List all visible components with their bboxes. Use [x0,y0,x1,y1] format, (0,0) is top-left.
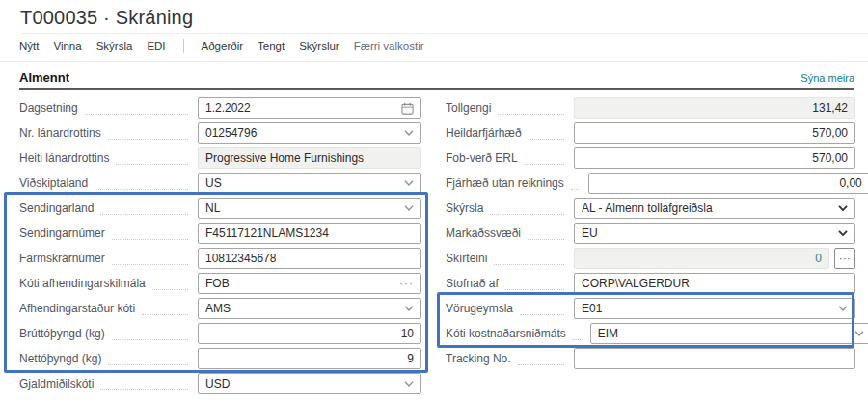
field-dagsetning[interactable]: 1.2.2022 [198,97,421,119]
field-value: 0 [582,252,822,265]
field-row-dagsetning: Dagsetning1.2.2022 [19,97,421,119]
field-row-vorugeymsla: VörugeymslaE01 [446,298,855,319]
dot-leader [152,277,188,290]
field-fob-verd-erl[interactable]: 570,00 [574,147,855,169]
calendar-icon[interactable] [401,102,414,115]
field-row-fob-verd-erl: Fob-verð ERL570,00 [446,147,855,169]
field-row-heiti-lanardrottins: Heiti lánardrottinsProgressive Home Furn… [19,147,421,169]
dot-leader [518,352,564,365]
field-sendingarland[interactable]: NL [198,198,421,219]
field-koti-kostnadarsnidmats[interactable]: EIM [590,323,868,344]
dot-leader [112,252,188,265]
menu-item-faerri-valkostir[interactable]: Færri valkostir [354,40,424,52]
field-markadssvaedi[interactable]: EU [574,223,855,244]
field-label: Nettóþyngd (kg) [19,352,101,365]
chevron-down-icon [854,331,864,336]
field-value: US [205,176,398,190]
menu-item-vinna[interactable]: Vinna [53,40,81,52]
field-nr-lanardrottins[interactable]: 01254796 [198,122,421,144]
divider-menu [0,61,868,62]
field-label: Fjárhæð utan reiknings [446,176,564,190]
field-vorugeymsla[interactable]: E01 [574,298,855,319]
fasttab-header: Almennt Sýna meira [19,67,854,90]
field-label: Stofnað af [446,277,499,290]
show-more-link[interactable]: Sýna meira [800,72,854,84]
dot-leader [108,352,188,365]
field-row-heildarfjarhaed: Heildarfjárhæð570,00 [446,122,855,144]
field-label: Sendingarnúmer [19,227,105,240]
field-value: 570,00 [582,126,848,140]
field-heildarfjarhaed[interactable]: 570,00 [574,122,855,144]
dot-leader [573,327,581,340]
menu-item-skyrslur[interactable]: Skýrslur [299,40,339,52]
dot-leader [100,201,188,215]
chevron-down-icon [404,180,414,186]
field-row-fjarhaed-utan-reiknings: Fjárhæð utan reiknings0,00 [446,173,855,194]
field-value: 1.2.2022 [205,101,395,115]
menu-item-tengt[interactable]: Tengt [258,40,285,52]
chevron-down-icon [838,306,848,311]
field-row-skyrsla: SkýrslaAL - Almenn tollafgreiðsla [446,198,855,219]
chevron-down-icon [404,381,414,387]
action-bar: NýttVinnaSkýrslaEDIAðgerðirTengtSkýrslur… [19,39,868,53]
field-row-sendingarnumer: SendingarnúmerF45117121NLAMS1234 [19,223,421,244]
field-label: Viðskiptaland [19,176,88,190]
field-label: Fob-verð ERL [446,151,518,165]
dot-leader [529,126,564,140]
dot-leader [95,176,188,190]
field-tracking-no[interactable] [574,348,855,369]
dot-leader [116,151,188,165]
field-afhendingarstadur-koti[interactable]: AMS [198,298,421,319]
field-value: 0,00 [596,176,862,190]
menu-item-skyrsla[interactable]: Skýrsla [96,40,133,52]
field-bruttothyngd-kg[interactable]: 10 [198,323,421,344]
field-label: Vörugeymsla [446,302,513,315]
field-vidskiptaland[interactable]: US [198,173,421,194]
chevron-down-icon [838,230,848,236]
assist-edit-button[interactable]: ··· [834,248,855,269]
section-title: Almennt [19,70,69,85]
field-nettothyngd-kg[interactable]: 9 [198,348,421,369]
dot-leader [108,126,188,140]
field-row-nr-lanardrottins: Nr. lánardrottins01254796 [19,122,421,144]
field-value: 570,00 [582,151,848,165]
field-label: Markaðssvæði [446,227,521,240]
field-value: E01 [582,302,832,315]
field-row-stofnad-af: Stofnað afCORP\VALGERDUR [446,273,855,294]
field-value: Progressive Home Furnishings [205,151,414,165]
field-value: FOB [205,277,393,290]
menu-item-adgerdir[interactable]: Aðgerðir [202,40,243,52]
field-skyrsla[interactable]: AL - Almenn tollafgreiðsla [574,198,855,219]
field-value: AMS [205,302,398,315]
field-gjaldmidilskoti[interactable]: USD [198,373,421,394]
field-sendingarnumer[interactable]: F45117121NLAMS1234 [198,223,421,244]
field-label: Sendingarland [19,201,94,215]
ellipsis-icon[interactable]: ··· [399,277,414,290]
general-fields: Dagsetning1.2.2022Nr. lánardrottins01254… [0,97,868,398]
menu-item-nytt[interactable]: Nýtt [19,40,39,52]
field-fjarhaed-utan-reiknings[interactable]: 0,00 [588,173,868,194]
menu-item-edi[interactable]: EDI [147,40,165,52]
field-row-markadssvaedi: MarkaðssvæðiEU [446,223,855,244]
field-value: CORP\VALGERDUR [582,277,848,290]
field-label: Kóti afhendingarskilmála [19,277,146,290]
dot-leader [498,101,564,115]
fields-column-left: Dagsetning1.2.2022Nr. lánardrottins01254… [0,97,434,398]
dot-leader [505,277,564,290]
field-value: 10812345678 [205,252,414,265]
field-row-skirteini: Skírteini0··· [446,248,855,269]
field-value: 131,42 [582,101,848,115]
field-koti-afhendingarskilmala[interactable]: FOB··· [198,273,421,294]
registration-page: T000035 · Skráning NýttVinnaSkýrslaEDIAð… [0,0,868,401]
field-stofnad-af[interactable]: CORP\VALGERDUR [574,273,855,294]
dot-leader [520,302,564,315]
field-row-tollgengi: Tollgengi131,42 [446,97,855,119]
field-row-vidskiptaland: ViðskiptalandUS [19,173,421,194]
dot-leader [100,377,188,390]
field-row-nettothyngd-kg: Nettóþyngd (kg)9 [19,348,421,369]
field-label: Nr. lánardrottins [19,126,101,140]
field-farmskrarnumer[interactable]: 10812345678 [198,248,421,269]
dot-leader [112,327,188,340]
field-value: NL [205,201,398,215]
chevron-down-icon [838,205,848,211]
